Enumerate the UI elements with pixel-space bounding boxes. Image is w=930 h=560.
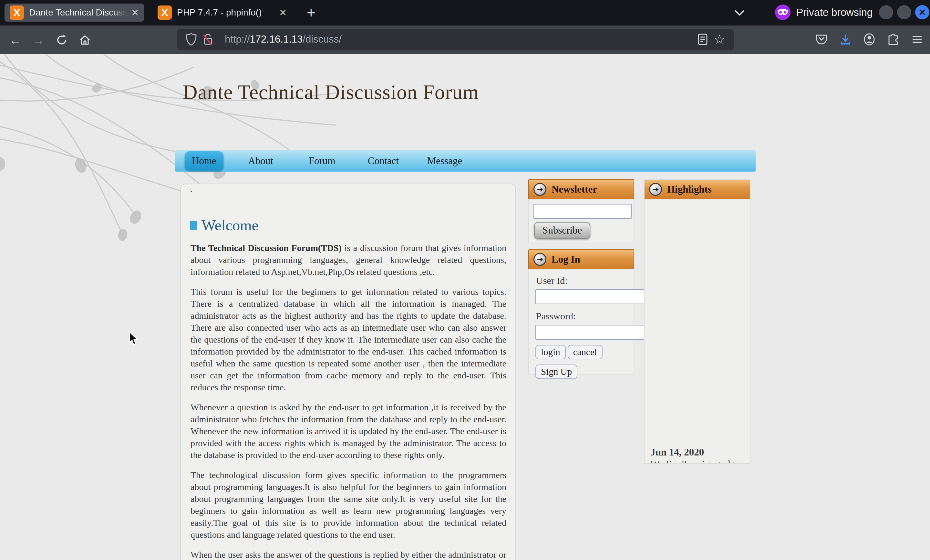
sign-up-button[interactable]: Sign Up xyxy=(536,365,577,379)
paragraph-text: This forum is useful for the beginners t… xyxy=(191,287,507,392)
paragraph-text: Whenever a question is asked by the end-… xyxy=(191,402,507,460)
minimize-button[interactable] xyxy=(879,5,893,19)
highlights-header: ➔ Highlights xyxy=(644,180,750,199)
login-button[interactable]: login xyxy=(536,345,566,359)
highlights-title: Highlights xyxy=(667,184,712,195)
newsletter-panel: ➔ Newsletter Subscribe xyxy=(528,180,634,243)
window-close-button[interactable]: ✕ xyxy=(915,5,929,19)
paragraph-text: The technological discussion form gives … xyxy=(191,470,507,540)
toolbar-right-icons xyxy=(813,29,925,50)
arrow-circle-icon: ➔ xyxy=(533,253,547,266)
back-button[interactable]: ← xyxy=(8,32,23,48)
tab-bar: X Dante Technical Discussio ✕ X PHP 7.4.… xyxy=(0,0,930,25)
private-mask-icon xyxy=(775,5,790,20)
download-icon[interactable] xyxy=(837,31,854,48)
lock-insecure-icon[interactable] xyxy=(200,31,216,48)
mouse-cursor xyxy=(129,331,140,347)
xampp-icon: X xyxy=(158,6,172,20)
home-button[interactable] xyxy=(77,32,92,48)
url-host: 172.16.1.13 xyxy=(250,34,303,45)
paragraph: The technological discussion form gives … xyxy=(191,469,507,541)
nav-item-home[interactable]: Home xyxy=(185,151,223,171)
window-controls: ✕ xyxy=(879,5,929,19)
user-id-label: User Id: xyxy=(536,275,634,286)
paragraph: Whenever a question is asked by the end-… xyxy=(191,401,507,461)
screen: X Dante Technical Discussio ✕ X PHP 7.4.… xyxy=(0,0,930,560)
password-input[interactable] xyxy=(536,325,646,340)
welcome-panel: ` Welcome The Technical Discussion Forum… xyxy=(180,184,516,560)
web-page: Dante Technical Discussion Forum Home Ab… xyxy=(0,54,930,560)
highlight-date: Jun 14, 2020 xyxy=(650,446,704,458)
welcome-heading-text: Welcome xyxy=(202,216,258,234)
newsletter-header: ➔ Newsletter xyxy=(528,180,634,199)
close-tab-icon[interactable]: ✕ xyxy=(131,8,139,18)
tab-phpinfo[interactable]: X PHP 7.4.7 - phpinfo() ✕ xyxy=(152,3,292,21)
arrow-circle-icon: ➔ xyxy=(649,183,662,196)
login-title: Log In xyxy=(551,253,580,265)
nav-item-message[interactable]: Message xyxy=(420,155,469,167)
url-scheme: http:// xyxy=(225,34,250,45)
private-browsing-indicator: Private browsing xyxy=(775,5,873,20)
subscribe-button[interactable]: Subscribe xyxy=(534,222,590,239)
arrow-circle-icon: ➔ xyxy=(533,183,547,196)
stray-tick-text: ` xyxy=(190,189,507,200)
private-browsing-label: Private browsing xyxy=(796,6,873,18)
paragraph: This forum is useful for the beginners t… xyxy=(191,286,507,393)
shield-icon[interactable] xyxy=(183,31,200,48)
password-label: Password: xyxy=(536,311,634,322)
nav-item-about[interactable]: About xyxy=(236,155,285,167)
main-navigation: Home About Forum Contact Message xyxy=(175,150,756,172)
chevron-down-icon[interactable] xyxy=(732,6,747,20)
login-panel: ➔ Log In User Id: Password: login cancel… xyxy=(528,249,634,375)
paragraph-lead: The Technical Discussion Forum(TDS) xyxy=(191,243,342,253)
highlights-panel: ➔ Highlights Jun 14, 2020 We finally mig… xyxy=(644,180,750,464)
reader-mode-icon[interactable] xyxy=(694,31,711,48)
square-bullet-icon xyxy=(190,221,197,230)
url-text[interactable]: http://172.16.1.13/discuss/ xyxy=(225,34,342,45)
tab-title: PHP 7.4.7 - phpinfo() xyxy=(177,8,274,18)
nav-item-forum[interactable]: Forum xyxy=(298,155,346,167)
newsletter-title: Newsletter xyxy=(551,184,597,195)
page-title: Dante Technical Discussion Forum xyxy=(183,81,479,104)
newsletter-email-input[interactable] xyxy=(533,204,631,219)
welcome-heading: Welcome xyxy=(190,216,507,234)
close-tab-icon[interactable]: ✕ xyxy=(279,8,287,18)
signup-button-row: Sign Up xyxy=(536,365,634,379)
paragraph: The Technical Discussion Forum(TDS) is a… xyxy=(191,242,507,278)
xampp-icon: X xyxy=(10,6,24,20)
highlight-teaser: We finally migrated to xyxy=(650,459,741,464)
url-path: /discuss/ xyxy=(303,34,342,45)
login-header: ➔ Log In xyxy=(528,249,634,269)
forward-button[interactable]: → xyxy=(31,32,46,48)
user-id-input[interactable] xyxy=(536,289,646,304)
reload-button[interactable] xyxy=(54,32,69,48)
tab-title: Dante Technical Discussio xyxy=(29,8,126,18)
menu-hamburger-icon[interactable] xyxy=(909,31,925,48)
cancel-button[interactable]: cancel xyxy=(568,345,602,359)
bookmark-star-icon[interactable]: ☆ xyxy=(711,31,728,48)
maximize-button[interactable] xyxy=(897,5,911,19)
account-icon[interactable] xyxy=(861,31,878,48)
login-button-row: login cancel xyxy=(536,345,634,359)
paragraph: When the user asks the answer of the que… xyxy=(191,549,507,560)
pocket-icon[interactable] xyxy=(813,31,830,48)
tab-dante-forum[interactable]: X Dante Technical Discussio ✕ xyxy=(5,3,144,21)
nav-item-contact[interactable]: Contact xyxy=(359,155,408,167)
url-bar[interactable]: http://172.16.1.13/discuss/ ☆ xyxy=(177,29,734,50)
paragraph-text: When the user asks the answer of the que… xyxy=(191,550,507,560)
extensions-puzzle-icon[interactable] xyxy=(885,31,902,48)
